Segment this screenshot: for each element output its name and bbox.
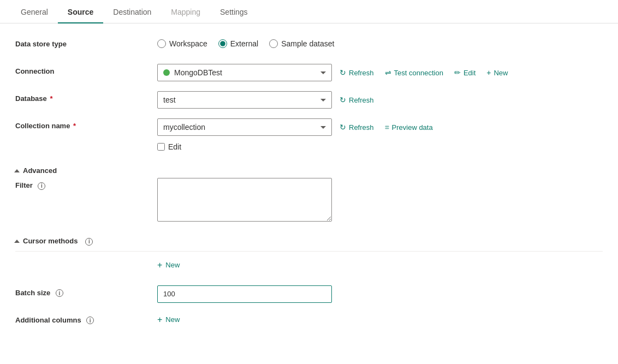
collection-row: Collection name * mycollection ↻ Refresh <box>15 118 603 151</box>
radio-external[interactable]: External <box>218 39 258 48</box>
cursor-new-row: + New <box>15 258 603 276</box>
batch-size-controls: 100 <box>157 285 603 303</box>
database-dropdown-inner: test <box>163 96 176 104</box>
connection-edit-label: Edit <box>464 69 476 77</box>
radio-workspace-label: Workspace <box>169 39 207 48</box>
collection-label: Collection name * <box>15 118 157 130</box>
radio-workspace[interactable]: Workspace <box>157 39 207 48</box>
cursor-methods-info-icon[interactable]: i <box>85 238 93 246</box>
tab-mapping: Mapping <box>161 0 210 23</box>
cursor-new-label: New <box>165 261 180 269</box>
connection-label: Connection <box>15 64 157 75</box>
collection-edit-checkbox-row: Edit <box>157 142 436 151</box>
collection-chevron-icon <box>320 126 326 129</box>
collection-refresh-icon: ↻ <box>340 123 346 132</box>
cursor-chevron-icon <box>14 240 20 243</box>
database-refresh-button[interactable]: ↻ Refresh <box>336 93 377 106</box>
cursor-methods-divider <box>15 251 603 252</box>
connection-new-button[interactable]: + New <box>483 66 511 79</box>
tab-source[interactable]: Source <box>58 0 103 23</box>
test-connection-label: Test connection <box>394 69 443 77</box>
refresh-icon: ↻ <box>340 68 346 77</box>
advanced-chevron-icon <box>14 169 20 172</box>
connection-dropdown-inner: MongoDBTest <box>163 68 222 77</box>
cursor-methods-label: Cursor methods <box>23 237 78 245</box>
radio-external-label: External <box>230 39 258 48</box>
radio-sample-input[interactable] <box>269 39 278 48</box>
batch-size-info-icon[interactable]: i <box>56 289 63 297</box>
filter-textarea[interactable] <box>157 178 332 222</box>
test-connection-icon: ⇌ <box>385 68 391 77</box>
database-row: Database * test ↻ Refresh <box>15 91 603 109</box>
tab-destination[interactable]: Destination <box>103 0 161 23</box>
connection-edit-button[interactable]: ✏ Edit <box>451 66 479 79</box>
additional-columns-new-label: New <box>165 315 180 324</box>
radio-group-store-type: Workspace External Sample dataset <box>157 37 334 48</box>
filter-info-icon[interactable]: i <box>38 182 45 190</box>
collection-dropdown-inner: mycollection <box>163 123 205 132</box>
cursor-new-spacer <box>15 258 157 261</box>
connection-value: MongoDBTest <box>174 68 222 77</box>
cursor-new-button[interactable]: + New <box>157 258 180 272</box>
collection-value: mycollection <box>163 123 205 132</box>
additional-columns-row: Additional columns i + New <box>15 313 603 330</box>
collection-dropdown[interactable]: mycollection <box>157 118 332 136</box>
edit-icon: ✏ <box>454 68 461 77</box>
database-chevron-icon <box>320 99 326 102</box>
collection-refresh-label: Refresh <box>349 123 374 132</box>
additional-columns-controls: + New <box>157 313 603 327</box>
radio-external-input[interactable] <box>218 39 227 48</box>
connection-refresh-button[interactable]: ↻ Refresh <box>336 66 377 79</box>
additional-columns-info-icon[interactable]: i <box>86 317 94 324</box>
filter-label: Filter i <box>15 178 157 190</box>
connection-new-label: New <box>494 69 508 77</box>
data-store-type-row: Data store type Workspace External Sampl… <box>15 37 603 54</box>
form-content: Data store type Workspace External Sampl… <box>0 23 618 353</box>
radio-sample-label: Sample dataset <box>281 39 334 48</box>
database-refresh-icon: ↻ <box>340 96 346 104</box>
radio-sample[interactable]: Sample dataset <box>269 39 334 48</box>
collection-required: * <box>71 122 76 130</box>
connection-controls: MongoDBTest ↻ Refresh ⇌ Test connection … <box>157 64 603 81</box>
test-connection-button[interactable]: ⇌ Test connection <box>382 66 447 79</box>
batch-size-input[interactable]: 100 <box>157 285 332 303</box>
collection-refresh-button[interactable]: ↻ Refresh <box>336 121 377 134</box>
database-required: * <box>48 94 53 103</box>
collection-controls: mycollection ↻ Refresh ⌗ Preview data <box>157 118 603 151</box>
preview-data-button[interactable]: ⌗ Preview data <box>382 121 436 134</box>
connection-refresh-label: Refresh <box>349 69 374 77</box>
mongo-dot-icon <box>163 69 170 76</box>
advanced-label: Advanced <box>23 166 57 175</box>
tabs-nav: General Source Destination Mapping Setti… <box>0 0 618 23</box>
additional-columns-new-button[interactable]: + New <box>157 313 180 327</box>
plus-icon: + <box>486 68 491 77</box>
tab-settings[interactable]: Settings <box>210 0 258 23</box>
batch-size-label: Batch size i <box>15 285 157 297</box>
database-dropdown[interactable]: test <box>157 91 332 109</box>
preview-data-icon: ⌗ <box>385 123 389 132</box>
connection-row: Connection MongoDBTest ↻ Refresh ⇌ Test … <box>15 64 603 81</box>
batch-size-row: Batch size i 100 <box>15 285 603 303</box>
collection-edit-checkbox[interactable] <box>157 143 165 151</box>
database-value: test <box>163 96 176 104</box>
additional-columns-label: Additional columns i <box>15 313 157 325</box>
advanced-section-header[interactable]: Advanced <box>15 161 603 178</box>
additional-columns-plus-icon: + <box>157 315 162 325</box>
database-controls: test ↻ Refresh <box>157 91 603 109</box>
cursor-plus-icon: + <box>157 260 162 270</box>
radio-workspace-input[interactable] <box>157 39 166 48</box>
preview-data-label: Preview data <box>392 123 433 132</box>
connection-dropdown[interactable]: MongoDBTest <box>157 64 332 81</box>
cursor-methods-section-header[interactable]: Cursor methods i <box>15 231 603 249</box>
collection-edit-checkbox-label: Edit <box>168 142 181 151</box>
filter-controls <box>157 178 603 222</box>
database-refresh-label: Refresh <box>349 96 374 104</box>
tab-general[interactable]: General <box>11 0 58 23</box>
data-store-type-controls: Workspace External Sample dataset <box>157 37 603 48</box>
data-store-type-label: Data store type <box>15 37 157 48</box>
database-label: Database * <box>15 91 157 103</box>
filter-row: Filter i <box>15 178 603 222</box>
chevron-down-icon <box>320 71 326 74</box>
